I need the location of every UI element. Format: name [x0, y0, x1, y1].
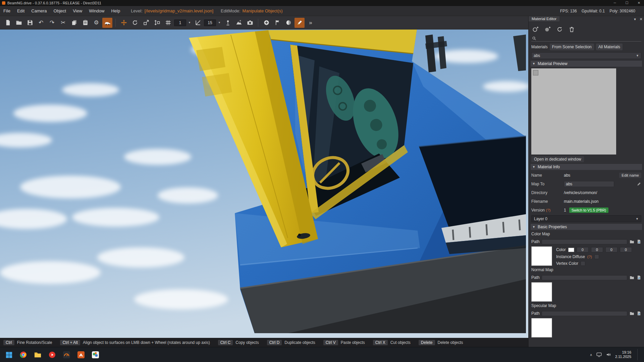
show-desktop-button[interactable]	[637, 349, 639, 360]
scale-tool-button[interactable]	[141, 18, 151, 28]
menu-file[interactable]: File	[0, 7, 14, 15]
paste-button[interactable]	[80, 18, 90, 28]
rotate-tool-button[interactable]	[130, 18, 140, 28]
save-button[interactable]	[25, 18, 35, 28]
level-value[interactable]: [/levels/gridmap_v2/main.level.json]	[145, 8, 213, 13]
menu-object[interactable]: Object	[50, 7, 70, 15]
preview-swatch[interactable]	[533, 70, 538, 75]
annotate-tool-button[interactable]	[294, 18, 305, 28]
menu-window[interactable]: Window	[86, 7, 108, 15]
delete-material-button[interactable]	[568, 25, 576, 33]
layer-dropdown[interactable]: Layer 0 ▼	[531, 215, 641, 222]
open-file-button[interactable]	[14, 18, 24, 28]
shortcut-key: Ctrl + Alt	[60, 340, 80, 345]
normal-map-path-input[interactable]	[542, 275, 627, 280]
new-material-button[interactable]	[531, 25, 539, 33]
menu-help[interactable]: Help	[108, 7, 123, 15]
start-button[interactable]	[4, 350, 13, 359]
all-materials-button[interactable]: All Materials	[596, 44, 623, 50]
more-tools-button[interactable]: »	[306, 18, 316, 28]
specular-map-path-input[interactable]	[542, 311, 627, 316]
tray-expand-icon[interactable]: ∧	[590, 353, 592, 357]
panel-close-icon[interactable]: ✕	[638, 16, 644, 22]
minimize-button[interactable]: ─	[610, 0, 620, 6]
panel-collapse-icon[interactable]: ▾	[632, 16, 638, 22]
redo-button[interactable]: ↷	[47, 18, 57, 28]
speaker-icon[interactable]	[606, 352, 611, 357]
material-info-header[interactable]: ▼ Material Info	[531, 164, 642, 170]
media-taskbar-button[interactable]	[47, 350, 57, 359]
instance-diffuse-checkbox[interactable]	[594, 254, 599, 259]
color-map-swatch[interactable]	[531, 246, 552, 266]
flag-tool-button[interactable]	[272, 18, 282, 28]
edit-name-button[interactable]: Edit name	[619, 173, 641, 178]
vehicle-tool-button[interactable]	[102, 18, 112, 28]
taskbar-clock[interactable]: 19:16 2.11.2025	[615, 350, 631, 359]
copy-button[interactable]	[69, 18, 79, 28]
angle-snap-input[interactable]	[204, 19, 216, 26]
chrome-taskbar-button[interactable]	[18, 350, 28, 359]
maximize-button[interactable]: ☐	[622, 0, 632, 6]
browse-file-button[interactable]	[629, 239, 634, 244]
snap-size-dropdown[interactable]: ▼	[187, 19, 192, 26]
terrain-tool-button[interactable]	[234, 18, 244, 28]
undo-button[interactable]: ↶	[36, 18, 46, 28]
instance-diffuse-help-icon[interactable]: (?)	[587, 255, 592, 259]
color-a-input[interactable]	[620, 247, 632, 252]
drop-to-ground-button[interactable]	[223, 18, 233, 28]
edit-map-button[interactable]	[636, 275, 641, 280]
menu-camera[interactable]: Camera	[28, 7, 50, 15]
viewport[interactable]	[0, 29, 528, 338]
open-dedicated-window-button[interactable]: Open in dedicated window	[531, 156, 584, 162]
angle-snap-dropdown[interactable]: ▼	[217, 19, 222, 26]
explorer-taskbar-button[interactable]	[33, 350, 42, 359]
screenshot-button[interactable]	[245, 18, 255, 28]
menu-edit[interactable]: Edit	[14, 7, 28, 15]
material-select[interactable]: abs ▼	[531, 52, 641, 59]
normal-map-swatch[interactable]	[531, 282, 552, 302]
refresh-materials-button[interactable]	[555, 25, 564, 33]
vertex-color-checkbox[interactable]	[581, 261, 585, 266]
color-r-input[interactable]	[577, 247, 589, 252]
angle-snap-button[interactable]	[193, 18, 203, 28]
close-button[interactable]: ✕	[634, 0, 644, 6]
menu-view[interactable]: View	[69, 7, 86, 15]
editmode-value[interactable]: Manipulate Object(s)	[243, 8, 283, 13]
creator-app-button[interactable]	[91, 350, 100, 359]
from-scene-selection-button[interactable]: From Scene Selection	[550, 44, 594, 50]
color-b-input[interactable]	[605, 247, 618, 252]
browse-file-button[interactable]	[629, 275, 634, 280]
specular-map-swatch[interactable]	[531, 318, 552, 338]
refresh-icon	[556, 26, 563, 33]
material-preview-header[interactable]: ▼ Material Preview	[531, 61, 642, 67]
basic-properties-header[interactable]: ▼ Basic Properties	[531, 224, 642, 230]
version-help-icon[interactable]: (?)	[546, 208, 550, 212]
gauge-app-button[interactable]	[62, 350, 71, 359]
edit-map-button[interactable]	[636, 311, 641, 316]
switch-pbr-button[interactable]: Switch to V1.5 (PBR)	[569, 207, 608, 213]
color-map-path-input[interactable]	[542, 239, 627, 244]
grid-snap-button[interactable]	[163, 18, 173, 28]
edit-map-button[interactable]	[636, 239, 641, 244]
cut-button[interactable]: ✂	[58, 18, 68, 28]
snap-ruler-button[interactable]	[152, 18, 162, 28]
browse-file-button[interactable]	[629, 311, 634, 316]
mapto-input[interactable]	[564, 181, 614, 187]
mapto-row: Map To	[531, 180, 641, 187]
panel-title[interactable]: Material Editor	[529, 16, 559, 21]
color-picker-chip[interactable]	[568, 248, 574, 252]
add-object-button[interactable]	[261, 18, 271, 28]
settings-button[interactable]: ⚙	[91, 18, 101, 28]
translate-tool-button[interactable]	[119, 18, 129, 28]
edit-pencil-icon[interactable]	[637, 182, 641, 186]
color-g-input[interactable]	[591, 247, 603, 252]
beamng-taskbar-button[interactable]	[76, 350, 86, 359]
create-from-selection-button[interactable]	[543, 25, 551, 33]
collapse-triangle-icon: ▼	[532, 165, 535, 169]
new-file-button[interactable]	[3, 18, 13, 28]
material-paint-button[interactable]	[283, 18, 293, 28]
snap-size-input[interactable]	[174, 19, 186, 26]
display-icon[interactable]	[596, 352, 602, 357]
material-preview[interactable]	[531, 68, 616, 155]
material-search-input[interactable]	[538, 36, 641, 41]
